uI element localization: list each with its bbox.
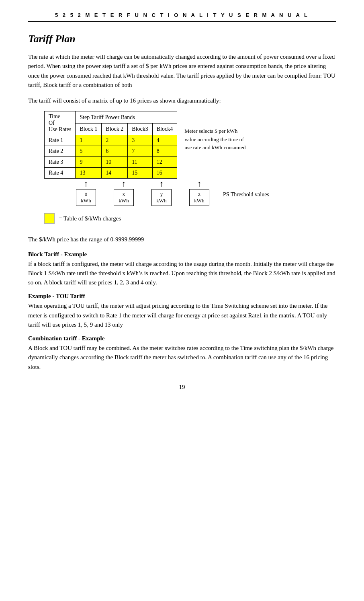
matrix-intro: The tariff will consist of a matrix of u… xyxy=(28,96,336,105)
cell-4-1: 13 xyxy=(76,168,102,179)
tou-tariff-title: Example - TOU Tariff xyxy=(28,293,336,300)
cell-1-2: 2 xyxy=(102,135,128,146)
kwh-box-3: y kWh xyxy=(151,189,172,206)
col-header-3: Block3 xyxy=(128,123,152,135)
arrow-col-1: ↑ 0 kWh xyxy=(70,179,102,206)
rate-label-4: Rate 4 xyxy=(45,168,76,179)
cell-2-1: 5 xyxy=(76,146,102,157)
cell-1-1: 1 xyxy=(76,135,102,146)
col-group-header: Step Tariff Power Bands xyxy=(76,111,177,123)
rate-label-3: Rate 3 xyxy=(45,157,76,168)
cell-3-4: 12 xyxy=(152,157,177,168)
section-title: Tariff Plan xyxy=(28,33,336,45)
corner-line2: Of xyxy=(49,120,55,126)
corner-line1: Time xyxy=(49,113,60,119)
arrow-col-2: ↑ x kWh xyxy=(107,179,140,206)
legend-text: = Table of $/kWh charges xyxy=(59,215,121,222)
block-tariff-title: Block Tariff - Example xyxy=(28,251,336,258)
kwh-unit-3: kWh xyxy=(156,198,166,204)
arrow-col-4: ↑ z kWh xyxy=(183,179,216,206)
threshold-label: PS Threshold values xyxy=(223,179,269,206)
block-tariff-body: If a block tariff is configured, the met… xyxy=(28,259,336,288)
legend-row: = Table of $/kWh charges xyxy=(44,213,336,224)
price-range: The $/kWh price has the range of 0-9999.… xyxy=(28,235,336,244)
table-header-row-1: Time Of Use Rates Step Tariff Power Band… xyxy=(45,111,177,123)
threshold-row: ↑ 0 kWh ↑ x kWh ↑ xyxy=(44,179,336,206)
arrow-up-4: ↑ xyxy=(197,179,202,188)
table-row: Rate 4 13 14 15 16 xyxy=(45,168,177,179)
arrow-up-3: ↑ xyxy=(160,179,164,188)
kwh-unit-1: kWh xyxy=(81,198,91,204)
rate-label-1: Rate 1 xyxy=(45,135,76,146)
kwh-val-4: z xyxy=(198,191,200,197)
kwh-box-1: 0 kWh xyxy=(76,189,96,206)
cell-1-4: 4 xyxy=(152,135,177,146)
tou-tariff-body: When operating a TOU tariff, the meter w… xyxy=(28,301,336,329)
arrows-container: ↑ 0 kWh ↑ x kWh ↑ xyxy=(70,179,269,206)
kwh-box-2: x kWh xyxy=(114,189,134,206)
diagram-area: Time Of Use Rates Step Tariff Power Band… xyxy=(44,111,336,231)
cell-4-2: 14 xyxy=(102,168,128,179)
cell-4-4: 16 xyxy=(152,168,177,179)
arrow-col-3: ↑ y kWh xyxy=(145,179,178,206)
kwh-val-3: y xyxy=(160,191,163,197)
table-wrapper: Time Of Use Rates Step Tariff Power Band… xyxy=(44,111,336,179)
col-header-4: Block4 xyxy=(152,123,177,135)
corner-cell: Time Of Use Rates xyxy=(45,111,76,135)
cell-2-2: 6 xyxy=(102,146,128,157)
side-note: Meter selects $ per kWh value according … xyxy=(184,111,249,152)
page-number: 19 xyxy=(179,384,185,390)
page-footer: 19 xyxy=(28,384,336,391)
combo-tariff-body: A Block and TOU tariff may be combined. … xyxy=(28,344,336,372)
legend-yellow-box xyxy=(44,213,55,224)
table-row: Rate 1 1 2 3 4 xyxy=(45,135,177,146)
page: 5 2 5 2 M E T E R F U N C T I O N A L I … xyxy=(0,0,364,601)
kwh-val-1: 0 xyxy=(85,191,88,197)
intro-paragraph: The rate at which the meter will charge … xyxy=(28,52,336,90)
arrow-up-1: ↑ xyxy=(84,179,88,188)
cell-4-3: 15 xyxy=(128,168,152,179)
kwh-unit-4: kWh xyxy=(194,198,204,204)
rate-label-2: Rate 2 xyxy=(45,146,76,157)
kwh-unit-2: kWh xyxy=(119,198,129,204)
cell-3-1: 9 xyxy=(76,157,102,168)
tariff-table: Time Of Use Rates Step Tariff Power Band… xyxy=(44,111,177,179)
cell-3-2: 10 xyxy=(102,157,128,168)
cell-2-3: 7 xyxy=(128,146,152,157)
cell-3-3: 11 xyxy=(128,157,152,168)
cell-2-4: 8 xyxy=(152,146,177,157)
page-header: 5 2 5 2 M E T E R F U N C T I O N A L I … xyxy=(28,12,336,22)
table-row: Rate 3 9 10 11 12 xyxy=(45,157,177,168)
cell-1-3: 3 xyxy=(128,135,152,146)
combo-tariff-title: Combination tariff - Example xyxy=(28,335,336,342)
kwh-val-2: x xyxy=(123,191,125,197)
kwh-box-4: z kWh xyxy=(189,189,209,206)
col-header-2: Block 2 xyxy=(102,123,128,135)
arrow-up-2: ↑ xyxy=(122,179,126,188)
header-text: 5 2 5 2 M E T E R F U N C T I O N A L I … xyxy=(55,12,309,18)
table-row: Rate 2 5 6 7 8 xyxy=(45,146,177,157)
corner-line3: Use Rates xyxy=(49,126,71,132)
col-header-1: Block 1 xyxy=(76,123,102,135)
